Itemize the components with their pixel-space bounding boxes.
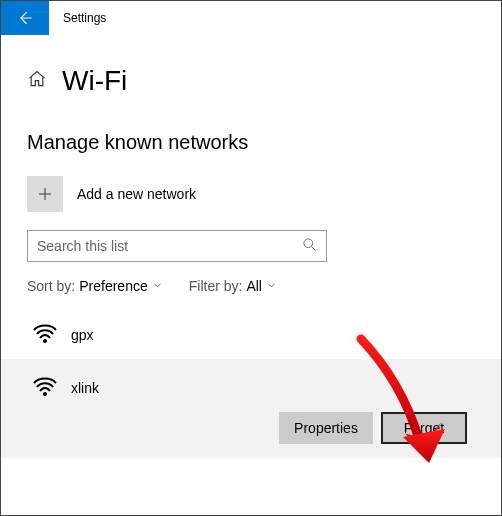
network-item-selected[interactable]: xlink Properties Forget <box>1 359 501 458</box>
sort-value: Preference <box>79 278 147 294</box>
svg-point-0 <box>304 239 313 248</box>
network-name: gpx <box>71 327 94 343</box>
chevron-down-icon <box>152 278 163 294</box>
wifi-icon <box>33 375 57 400</box>
section-title: Manage known networks <box>27 131 475 154</box>
home-icon[interactable] <box>27 69 47 93</box>
search-icon <box>302 237 317 255</box>
svg-point-2 <box>43 392 46 395</box>
back-button[interactable] <box>1 1 49 35</box>
add-network-button[interactable]: Add a new network <box>27 176 475 212</box>
svg-point-1 <box>43 339 46 342</box>
add-network-label: Add a new network <box>77 186 196 202</box>
sort-label: Sort by: <box>27 278 75 294</box>
search-placeholder: Search this list <box>37 238 128 254</box>
plus-icon <box>27 176 63 212</box>
forget-button[interactable]: Forget <box>381 412 467 444</box>
sort-by-dropdown[interactable]: Sort by: Preference <box>27 278 163 294</box>
page-title: Wi-Fi <box>62 65 127 97</box>
filter-value: All <box>246 278 262 294</box>
filter-by-dropdown[interactable]: Filter by: All <box>189 278 277 294</box>
properties-button[interactable]: Properties <box>279 412 373 444</box>
network-name: xlink <box>71 380 99 396</box>
chevron-down-icon <box>266 278 277 294</box>
network-item[interactable]: gpx <box>27 310 475 359</box>
window-title: Settings <box>49 11 106 25</box>
wifi-icon <box>33 322 57 347</box>
filter-label: Filter by: <box>189 278 243 294</box>
search-input[interactable]: Search this list <box>27 230 327 262</box>
